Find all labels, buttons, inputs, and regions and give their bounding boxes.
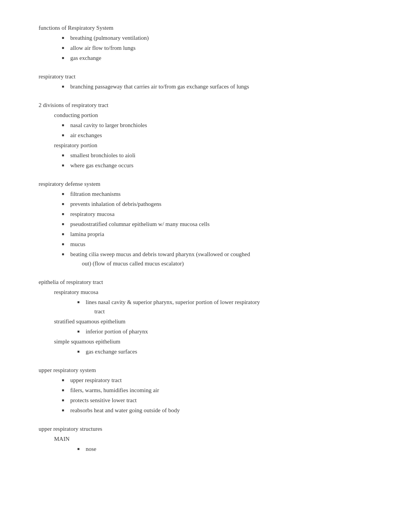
list-item: ■ prevents inhalation of debris/pathogen…: [62, 199, 379, 209]
bullet-icon: ■: [62, 387, 66, 393]
bullet-icon: ■: [62, 251, 66, 257]
list-item: ■ where gas exchange occurs: [62, 161, 379, 170]
section-epithelia: epithelia of respiratory tract respirato…: [39, 277, 379, 356]
section-divisions: 2 divisions of respiratory tract conduct…: [39, 100, 379, 170]
section-title-epithelia: epithelia of respiratory tract: [39, 277, 379, 287]
section-upper-system: upper respiratory system ■ upper respira…: [39, 365, 379, 415]
bullet-icon: ■: [62, 83, 66, 90]
bullet-text: allow air flow to/from lungs: [70, 43, 136, 53]
bullet-icon: ■: [62, 152, 66, 158]
sub-title-respiratory-portion: respiratory portion: [54, 141, 379, 150]
bullet-icon: ■: [77, 328, 82, 335]
bullet-icon: ■: [62, 191, 66, 197]
bullet-text: lines nasal cavity & superior pharynx, s…: [86, 297, 260, 316]
bullet-icon: ■: [62, 377, 66, 383]
list-item: ■ respiratory mucosa: [62, 209, 379, 219]
bullet-text: breathing (pulmonary ventilation): [70, 33, 149, 42]
section-title-respiratory-tract: respiratory tract: [39, 72, 379, 81]
list-item: ■ mucus: [62, 240, 379, 249]
bullet-text: reabsorbs heat and water going outside o…: [70, 406, 180, 415]
section-defense: respiratory defense system ■ filtration …: [39, 179, 379, 268]
list-item: ■ filers, warms, humidifies incoming air: [62, 386, 379, 395]
list-item: ■ nose: [77, 444, 379, 454]
list-item: ■ lamina propria: [62, 229, 379, 239]
section-title-defense: respiratory defense system: [39, 179, 379, 189]
bullet-text: protects sensitive lower tract: [70, 396, 137, 405]
bullet-icon: ■: [77, 348, 82, 355]
bullet-icon: ■: [62, 241, 66, 247]
sub-title-conducting: conducting portion: [54, 110, 379, 120]
bullet-text: gas exchange: [70, 53, 101, 63]
bullet-text: inferior portion of pharynx: [86, 327, 148, 336]
section-title-functions: functions of Respiratory System: [39, 23, 379, 32]
bullet-text: pseudostratified columnar epithelium w/ …: [70, 219, 210, 229]
bullet-icon: ■: [77, 446, 82, 452]
sub-title-main: MAIN: [54, 434, 379, 444]
bullet-text: air exchanges: [70, 131, 102, 140]
list-item: ■ pseudostratified columnar epithelium w…: [62, 219, 379, 229]
list-item: ■ branching passageway that carries air …: [62, 82, 379, 91]
bullet-icon: ■: [62, 211, 66, 217]
bullet-icon: ■: [62, 55, 66, 61]
bullet-icon: ■: [62, 45, 66, 51]
list-item: ■ upper respiratory tract: [62, 376, 379, 385]
bullet-icon: ■: [62, 397, 66, 403]
list-item: ■ reabsorbs heat and water going outside…: [62, 406, 379, 415]
bullet-icon: ■: [62, 122, 66, 128]
bullet-text: gas exchange surfaces: [86, 347, 137, 356]
list-item: ■ beating cilia sweep mucus and debris t…: [62, 250, 379, 268]
list-item: ■ smallest bronchioles to aioli: [62, 151, 379, 160]
list-item: ■ gas exchange surfaces: [77, 347, 379, 356]
list-item: ■ allow air flow to/from lungs: [62, 43, 379, 53]
bullet-icon: ■: [62, 407, 66, 413]
bullet-icon: ■: [62, 35, 66, 41]
section-upper-structures: upper respiratory structures MAIN ■ nose: [39, 424, 379, 454]
bullet-icon: ■: [62, 231, 66, 237]
sub-title-simple: simple squamous epithelium: [54, 337, 379, 346]
bullet-icon: ■: [62, 162, 66, 168]
bullet-text: filers, warms, humidifies incoming air: [70, 386, 159, 395]
sub-title-stratified: stratified squamous epithelium: [54, 317, 379, 326]
bullet-text: upper respiratory tract: [70, 376, 122, 385]
section-title-divisions: 2 divisions of respiratory tract: [39, 100, 379, 110]
section-functions: functions of Respiratory System ■ breath…: [39, 23, 379, 63]
list-item: ■ air exchanges: [62, 131, 379, 140]
list-item: ■ breathing (pulmonary ventilation): [62, 33, 379, 42]
sub-title-resp-mucosa: respiratory mucosa: [54, 287, 379, 297]
bullet-icon: ■: [62, 201, 66, 207]
bullet-text: nose: [86, 444, 97, 454]
list-item: ■ filtration mechanisms: [62, 189, 379, 199]
list-item: ■ inferior portion of pharynx: [77, 327, 379, 336]
bullet-text: mucus: [70, 240, 85, 249]
list-item: ■ lines nasal cavity & superior pharynx,…: [77, 297, 379, 316]
list-item: ■ gas exchange: [62, 53, 379, 63]
bullet-text: lamina propria: [70, 229, 104, 239]
bullet-icon: ■: [62, 132, 66, 138]
bullet-icon: ■: [62, 221, 66, 227]
section-respiratory-tract: respiratory tract ■ branching passageway…: [39, 72, 379, 91]
bullet-text: respiratory mucosa: [70, 209, 115, 219]
bullet-text: branching passageway that carries air to…: [70, 82, 249, 91]
section-title-upper-structures: upper respiratory structures: [39, 424, 379, 433]
section-title-upper-system: upper respiratory system: [39, 365, 379, 375]
bullet-text: prevents inhalation of debris/pathogens: [70, 199, 161, 209]
bullet-icon: ■: [77, 299, 82, 305]
bullet-text: beating cilia sweep mucus and debris tow…: [70, 250, 250, 268]
bullet-text: smallest bronchioles to aioli: [70, 151, 136, 160]
bullet-text: where gas exchange occurs: [70, 161, 134, 170]
list-item: ■ protects sensitive lower tract: [62, 396, 379, 405]
list-item: ■ nasal cavity to larger bronchioles: [62, 121, 379, 130]
bullet-text: nasal cavity to larger bronchioles: [70, 121, 147, 130]
bullet-text: filtration mechanisms: [70, 189, 120, 199]
